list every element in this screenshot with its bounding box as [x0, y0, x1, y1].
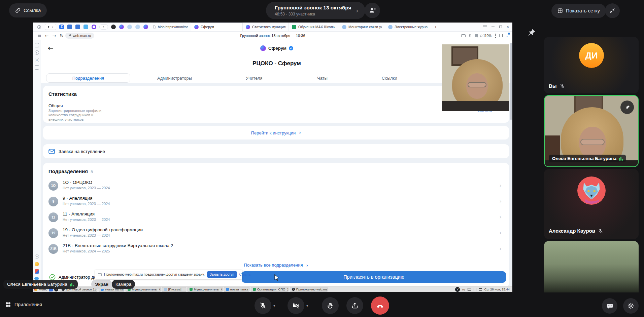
screen-share-notice: Приложению web.max.ru предоставлен досту…: [95, 270, 242, 279]
stop-sharing-button[interactable]: Закрыть доступ: [207, 271, 237, 278]
sidebar-toggle-icon[interactable]: ▤: [36, 34, 43, 38]
tab-screen[interactable]: Экран: [91, 280, 112, 289]
screen-share-button[interactable]: [346, 297, 363, 314]
camera-permission-icon[interactable]: [461, 34, 466, 37]
pinned-tab-icon[interactable]: [111, 25, 116, 29]
collapse-button[interactable]: [605, 3, 620, 18]
pin-button[interactable]: [620, 101, 634, 114]
taskbar-window[interactable]: Организации_СПО_25...: [251, 287, 289, 292]
tray-display-icon[interactable]: [468, 288, 471, 291]
statistics-item-title[interactable]: Общая: [48, 103, 63, 108]
lock-icon: [69, 35, 71, 37]
forward-icon[interactable]: →: [50, 33, 58, 38]
tray-yandex-icon[interactable]: Y: [455, 287, 460, 292]
taskbar-window[interactable]: новая папка: [224, 287, 249, 292]
requests-card[interactable]: Заявки на вступление: [43, 144, 509, 158]
taskbar-window[interactable]: [Письма]: [162, 287, 186, 292]
add-participant-button[interactable]: [365, 3, 380, 18]
show-all-link[interactable]: Показать все подразделения ›: [43, 263, 509, 269]
rail-screenshot-icon[interactable]: [35, 65, 39, 70]
pinned-tab-icon[interactable]: [143, 25, 148, 29]
rail-calendar-icon[interactable]: 17: [35, 58, 39, 62]
pinned-sound-tab[interactable]: [99, 24, 108, 30]
rail-extension-icon[interactable]: [35, 269, 39, 274]
tab-teachers[interactable]: Учителя: [246, 76, 263, 81]
pinned-tab-icon[interactable]: [83, 25, 88, 29]
browser-tab-monitoring[interactable]: Мониторинг связи учетн: [339, 23, 385, 31]
browser-tab-blob[interactable]: blob:https://monitoring.sf: [150, 23, 191, 31]
tab-administrators[interactable]: Администраторы: [157, 76, 192, 81]
window-maximize-button[interactable]: [499, 26, 502, 28]
call-title-pill[interactable]: Групповой звонок 13 октября 48:53 · 333 …: [266, 2, 365, 19]
tray-calendar-icon[interactable]: [479, 288, 482, 291]
browser-tab-sferum[interactable]: Сферум: [191, 23, 242, 31]
camera-options-chevron[interactable]: ▾: [306, 304, 308, 308]
apps-grid-icon: [5, 302, 11, 308]
pinned-tab-icon[interactable]: [92, 25, 96, 29]
more-menu-icon[interactable]: [495, 35, 496, 36]
tray-clock[interactable]: Ср, 26 ноя, 15:44: [484, 287, 510, 291]
tab-subdivisions[interactable]: Подразделения: [46, 73, 130, 83]
sound-tab[interactable]: ▾: [45, 24, 56, 30]
bookmark-icon[interactable]: [475, 34, 478, 38]
participant-tile-pinned[interactable]: Олеся Евгеньевна Батурина: [544, 95, 639, 167]
apps-button[interactable]: Приложения: [5, 302, 42, 308]
mic-button[interactable]: [255, 297, 271, 314]
back-icon[interactable]: ←: [43, 33, 50, 38]
pinned-tab-icon[interactable]: Z: [59, 25, 64, 29]
hide-notice-button[interactable]: Скрыть: [239, 273, 251, 276]
rail-tabs-icon[interactable]: [35, 43, 39, 47]
chat-button[interactable]: [602, 298, 617, 314]
new-tab-button[interactable]: +: [434, 25, 437, 30]
side-panel-icon[interactable]: [499, 34, 503, 37]
browser-tab-training[interactable]: Обучения МАХ Школы - (: [289, 23, 339, 31]
url-field[interactable]: web.max.ru: [65, 33, 94, 39]
mic-permission-icon[interactable]: [469, 34, 471, 37]
taskbar-window[interactable]: Муниципалитеты_Об...: [188, 287, 223, 292]
rail-smiley-icon[interactable]: [35, 262, 39, 266]
community-badge[interactable]: Сферум: [41, 45, 512, 51]
pinned-tab-icon[interactable]: [135, 25, 140, 29]
pinned-tab-icon[interactable]: [127, 25, 132, 29]
tab-chats[interactable]: Чаты: [317, 76, 328, 81]
mic-muted-icon: [598, 228, 603, 234]
reload-icon[interactable]: ↻: [58, 33, 65, 38]
end-call-button[interactable]: [371, 296, 389, 315]
invite-button[interactable]: Пригласить в организацию: [242, 271, 506, 283]
zoom-control[interactable]: 110%: [480, 34, 492, 38]
tray-clipboard-icon[interactable]: [474, 288, 476, 291]
pinned-tab-icon[interactable]: [75, 25, 80, 29]
chevron-right-icon: ›: [500, 245, 502, 252]
subdivision-row[interactable]: 1О 1О · ОРЦОКО Нет учеников, 2023 — 2024…: [43, 178, 509, 194]
mic-options-chevron[interactable]: ▾: [273, 304, 275, 308]
window-close-button[interactable]: ×: [507, 26, 509, 28]
participant-tile-4[interactable]: [544, 241, 639, 292]
settings-button[interactable]: [623, 298, 639, 314]
pinned-tab-icon[interactable]: [67, 25, 72, 29]
subdivision-row[interactable]: 19 19 · Отдел цифровой трансформации Нет…: [43, 225, 509, 241]
copy-link-button[interactable]: Ссылка: [9, 3, 47, 17]
browser-tab-statistics[interactable]: Статистика муниципали: [242, 23, 289, 31]
pinned-tab-icon[interactable]: [119, 25, 124, 29]
tray-language[interactable]: ru: [462, 287, 465, 291]
downloads-icon[interactable]: ↓: [504, 33, 510, 38]
window-minimize-button[interactable]: [492, 27, 495, 27]
browser-tab-journals[interactable]: Электронные журналы и: [385, 23, 431, 31]
tab-camera[interactable]: Камера: [112, 280, 135, 289]
camera-button[interactable]: [287, 297, 304, 314]
participant-tile-3[interactable]: Александр Кауров: [544, 169, 639, 239]
page-scrollbar[interactable]: [510, 43, 512, 120]
tab-links[interactable]: Ссылки: [382, 76, 397, 81]
subdivision-row[interactable]: 21В 21В · Внештатные сотрудники Виртуаль…: [43, 241, 509, 257]
rail-play-icon[interactable]: ▸: [35, 50, 39, 55]
participant-tile-you[interactable]: ДИ Вы: [544, 37, 639, 93]
tabs-menu-icon[interactable]: [483, 26, 487, 28]
history-icon[interactable]: [37, 25, 41, 29]
subdivision-row[interactable]: 9 9 · Апелляция Нет учеников, 2023 — 202…: [43, 194, 509, 209]
show-grid-button[interactable]: Показать сетку: [551, 4, 606, 18]
raise-hand-button[interactable]: [322, 297, 339, 314]
taskbar-window[interactable]: YПриложению web.ma...: [290, 287, 328, 292]
instruction-card[interactable]: Перейти к инструкции ›: [43, 126, 509, 140]
subdivision-row[interactable]: 11 11 · Апелляция Нет учеников, 2023 — 2…: [43, 209, 509, 225]
rail-add-icon[interactable]: +: [35, 254, 39, 259]
